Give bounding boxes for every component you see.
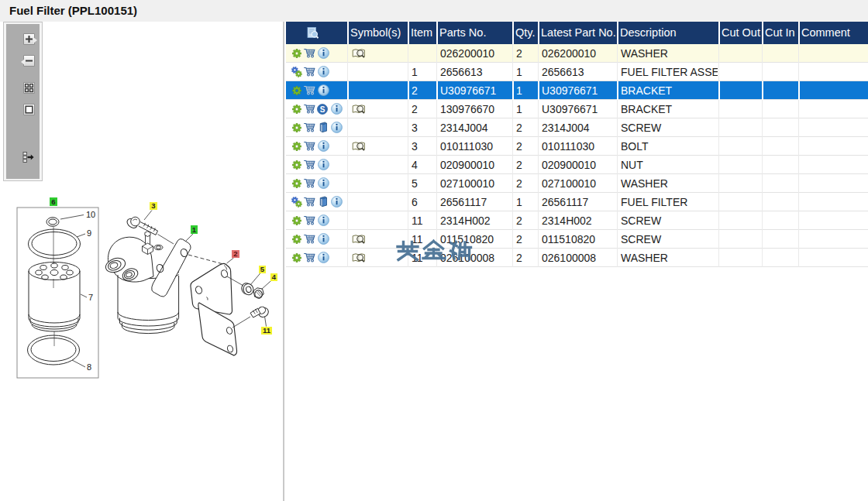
svg-text:4: 4 [272,273,277,281]
svg-text:9: 9 [87,228,91,238]
svg-text:2: 2 [233,249,237,258]
svg-text:5: 5 [260,265,265,273]
svg-text:1: 1 [192,225,197,234]
svg-text:3: 3 [151,201,155,210]
svg-text:6: 6 [51,197,55,206]
svg-text:7: 7 [88,293,93,302]
svg-text:8: 8 [87,362,91,372]
svg-text:11: 11 [263,326,271,335]
svg-text:10: 10 [86,210,95,219]
